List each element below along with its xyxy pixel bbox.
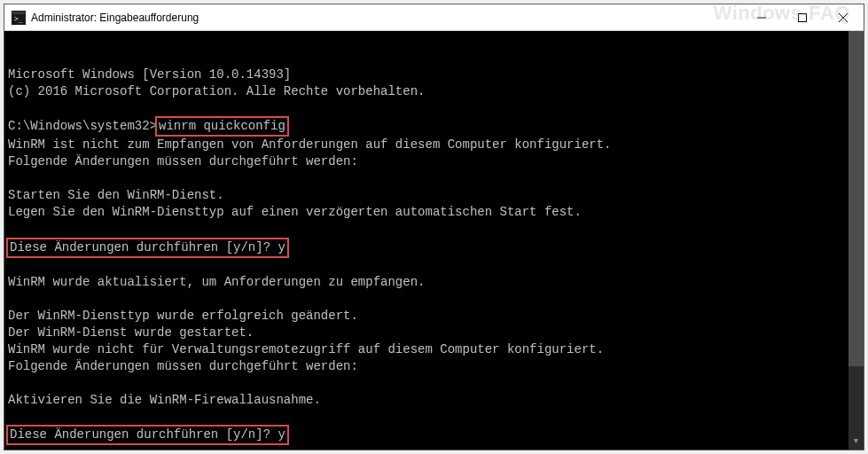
terminal-line: Microsoft Windows [Version 10.0.14393] (8, 67, 860, 83)
terminal-line (8, 445, 860, 450)
output-text: WinRM ist nicht zum Empfangen von Anford… (8, 137, 612, 152)
output-text: Starten Sie den WinRM-Dienst. (8, 188, 224, 202)
cmd-icon: >_ (12, 11, 26, 25)
window-title: Administrator: Eingabeaufforderung (31, 12, 741, 24)
terminal-line: Diese Änderungen durchführen [y/n]? y (8, 238, 860, 258)
output-text: WinRM wurde nicht für Verwaltungsremotez… (8, 342, 604, 356)
maximize-button[interactable] (782, 4, 823, 30)
window-controls (741, 4, 864, 30)
titlebar[interactable]: >_ Administrator: Eingabeaufforderung (4, 4, 864, 31)
terminal-line: Starten Sie den WinRM-Dienst. (8, 187, 860, 204)
output-text: Folgende Änderungen müssen durchgeführt … (8, 154, 358, 168)
terminal-line (8, 221, 860, 238)
terminal-line (8, 409, 860, 426)
minimize-button[interactable] (741, 4, 782, 30)
output-text: Legen Sie den WinRM-Diensttyp auf einen … (8, 205, 582, 219)
terminal-line (8, 375, 860, 392)
terminal-line: Der WinRM-Diensttyp wurde erfolgreich ge… (8, 308, 860, 325)
output-text: WinRM wurde aktualisiert, um Anforderung… (8, 275, 425, 289)
terminal-line (8, 170, 860, 187)
scrollbar-thumb[interactable] (848, 31, 864, 366)
terminal-line: Folgende Änderungen müssen durchgeführt … (8, 358, 860, 375)
svg-text:>_: >_ (14, 15, 23, 23)
svg-rect-1 (12, 12, 25, 14)
vertical-scrollbar[interactable]: ▲ ▼ (848, 31, 864, 450)
terminal-line: Legen Sie den WinRM-Diensttyp auf einen … (8, 204, 860, 221)
highlighted-text: Diese Änderungen durchführen [y/n]? y (6, 238, 289, 258)
terminal-line: WinRM wurde nicht für Verwaltungsremotez… (8, 341, 860, 358)
terminal-line: Folgende Änderungen müssen durchgeführt … (8, 153, 860, 170)
svg-rect-4 (799, 13, 807, 21)
terminal-area[interactable]: Microsoft Windows [Version 10.0.14393](c… (4, 31, 864, 450)
terminal-line (8, 258, 860, 275)
terminal-line: C:\Windows\system32>winrm quickconfig (8, 116, 860, 137)
terminal-line (8, 291, 860, 308)
terminal-line: WinRM ist nicht zum Empfangen von Anford… (8, 137, 860, 153)
highlighted-text: winrm quickconfig (155, 116, 289, 137)
terminal-line: Diese Änderungen durchführen [y/n]? y (8, 425, 860, 445)
output-text: Aktivieren Sie die WinRM-Firewallausnahm… (8, 393, 321, 407)
terminal-line: WinRM wurde aktualisiert, um Anforderung… (8, 274, 860, 291)
terminal-line: Der WinRM-Dienst wurde gestartet. (8, 325, 860, 341)
output-text: Der WinRM-Dienst wurde gestartet. (8, 325, 254, 340)
scroll-down-arrow[interactable]: ▼ (848, 434, 864, 450)
output-text: (c) 2016 Microsoft Corporation. Alle Rec… (8, 84, 425, 98)
prompt-text: C:\Windows\system32> (8, 119, 157, 133)
output-text: Microsoft Windows [Version 10.0.14393] (8, 67, 291, 82)
output-text: Der WinRM-Diensttyp wurde erfolgreich ge… (8, 309, 358, 323)
terminal-line (8, 100, 860, 117)
output-text: Folgende Änderungen müssen durchgeführt … (8, 359, 358, 373)
command-prompt-window: >_ Administrator: Eingabeaufforderung Mi… (4, 4, 864, 450)
highlighted-text: Diese Änderungen durchführen [y/n]? y (6, 425, 289, 445)
terminal-line: Aktivieren Sie die WinRM-Firewallausnahm… (8, 392, 860, 409)
close-button[interactable] (823, 4, 864, 30)
terminal-line: (c) 2016 Microsoft Corporation. Alle Rec… (8, 83, 860, 100)
